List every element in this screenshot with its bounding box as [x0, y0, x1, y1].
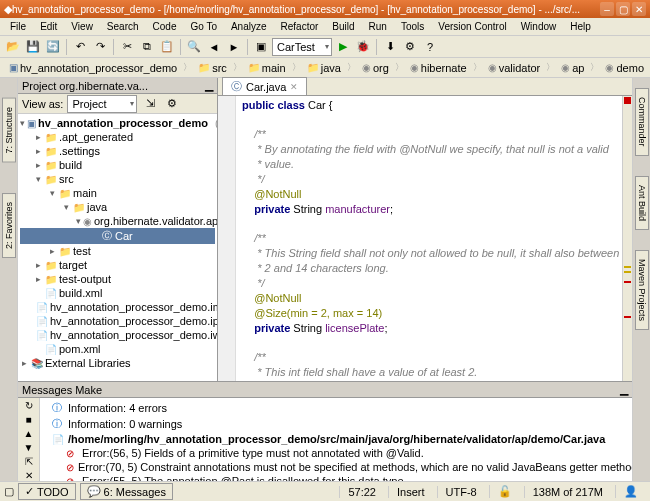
collapse-handle[interactable]: ▾	[34, 174, 43, 184]
tree-item[interactable]: ▸📁target	[20, 258, 215, 272]
cut-icon[interactable]: ✂	[118, 38, 136, 56]
tree-item[interactable]: ▾◉org.hibernate.validator.ap.demo	[20, 214, 215, 228]
menu-code[interactable]: Code	[147, 20, 183, 33]
error-mark[interactable]	[624, 281, 631, 283]
find-icon[interactable]: 🔍	[185, 38, 203, 56]
menu-tools[interactable]: Tools	[395, 20, 430, 33]
expand-handle[interactable]: ▸	[48, 246, 57, 256]
encoding[interactable]: UTF-8	[437, 486, 485, 498]
menu-build[interactable]: Build	[326, 20, 360, 33]
msg-info[interactable]: ⓘInformation: 4 errors	[42, 400, 630, 416]
maximize-button[interactable]: ▢	[616, 2, 630, 16]
menu-vcs[interactable]: Version Control	[432, 20, 512, 33]
bc-root[interactable]: ▣hv_annotation_processor_demo	[4, 60, 182, 76]
warning-mark[interactable]	[624, 271, 631, 273]
lock-icon[interactable]: 🔓	[489, 485, 520, 498]
collapse-handle[interactable]: ▾	[20, 118, 25, 128]
ant-tool-tab[interactable]: Ant Build	[635, 176, 649, 230]
collapse-handle[interactable]: ▾	[48, 188, 57, 198]
tool-window-icon[interactable]: ▢	[4, 485, 14, 498]
minimize-panel-icon[interactable]: ▁	[205, 79, 213, 92]
bc-hibernate[interactable]: ◉hibernate	[405, 60, 472, 76]
msg-file[interactable]: 📄/home/morling/hv_annotation_processor_d…	[42, 432, 630, 446]
menu-edit[interactable]: Edit	[34, 20, 63, 33]
run-config-combo[interactable]: CarTest	[272, 38, 332, 56]
gear-icon[interactable]: ⚙	[163, 95, 181, 113]
help-icon[interactable]: ?	[421, 38, 439, 56]
minimize-panel-icon[interactable]: ▁	[620, 383, 628, 396]
close-window-button[interactable]: ✕	[632, 2, 646, 16]
forward-icon[interactable]: ►	[225, 38, 243, 56]
collapse-handle[interactable]: ▾	[76, 216, 81, 226]
redo-icon[interactable]: ↷	[91, 38, 109, 56]
messages-button[interactable]: 💬 6: Messages	[80, 483, 173, 500]
paste-icon[interactable]: 📋	[158, 38, 176, 56]
tree-item[interactable]: ▸📚External Libraries	[20, 356, 215, 370]
msg-error[interactable]: ⊘Error:(55, 5) The annotation @Past is d…	[42, 474, 630, 481]
tree-root[interactable]: ▾▣hv_annotation_processor_demo (/home	[20, 116, 215, 130]
todo-button[interactable]: ✓ TODO	[18, 483, 76, 500]
close-icon[interactable]: ✕	[21, 469, 37, 481]
tree-item[interactable]: ▾📁main	[20, 186, 215, 200]
menu-goto[interactable]: Go To	[184, 20, 223, 33]
menu-window[interactable]: Window	[515, 20, 563, 33]
msg-error[interactable]: ⊘Error:(70, 5) Constraint annotations mu…	[42, 460, 630, 474]
code-gutter[interactable]	[218, 96, 236, 381]
make-icon[interactable]: ▣	[252, 38, 270, 56]
menu-analyze[interactable]: Analyze	[225, 20, 273, 33]
tree-item[interactable]: ▾📁src	[20, 172, 215, 186]
undo-icon[interactable]: ↶	[71, 38, 89, 56]
error-stripe[interactable]	[622, 96, 632, 381]
messages-tree[interactable]: ⓘInformation: 4 errors ⓘInformation: 0 w…	[40, 398, 632, 481]
code-area[interactable]: public class Car { /** * By annotating t…	[236, 96, 622, 381]
expand-handle[interactable]: ▸	[34, 146, 43, 156]
maven-tool-tab[interactable]: Maven Projects	[635, 250, 649, 330]
tree-item[interactable]: ▸📁.apt_generated	[20, 130, 215, 144]
menu-help[interactable]: Help	[564, 20, 597, 33]
tree-item[interactable]: 📄build.xml	[20, 286, 215, 300]
expand-handle[interactable]: ▸	[20, 358, 29, 368]
menu-file[interactable]: File	[4, 20, 32, 33]
project-tree[interactable]: ▾▣hv_annotation_processor_demo (/home ▸📁…	[18, 114, 217, 381]
tree-item[interactable]: 📄pom.xml	[20, 342, 215, 356]
back-icon[interactable]: ◄	[205, 38, 223, 56]
settings-icon[interactable]: ⚙	[401, 38, 419, 56]
bc-src[interactable]: 📁src	[193, 60, 232, 76]
expand-handle[interactable]: ▸	[34, 260, 43, 270]
editor-tab[interactable]: Ⓒ Car.java ✕	[222, 77, 307, 95]
close-tab-icon[interactable]: ✕	[290, 82, 298, 92]
debug-icon[interactable]: 🐞	[354, 38, 372, 56]
commander-tool-tab[interactable]: Commander	[635, 88, 649, 156]
rerun-icon[interactable]: ↻	[21, 400, 37, 412]
tree-item[interactable]: ▾📁java	[20, 200, 215, 214]
favorites-tool-tab[interactable]: 2: Favorites	[2, 193, 16, 258]
prev-icon[interactable]: ▲	[21, 428, 37, 440]
view-mode-combo[interactable]: Project	[67, 95, 137, 113]
warning-mark[interactable]	[624, 266, 631, 268]
tree-item[interactable]: ▸📁test	[20, 244, 215, 258]
minimize-button[interactable]: –	[600, 2, 614, 16]
run-icon[interactable]: ▶	[334, 38, 352, 56]
menu-view[interactable]: View	[65, 20, 99, 33]
bc-demo[interactable]: ◉demo	[600, 60, 649, 76]
stop-icon[interactable]: ■	[21, 414, 37, 426]
sync-icon[interactable]: 🔄	[44, 38, 62, 56]
structure-tool-tab[interactable]: 7: Structure	[2, 98, 16, 163]
bc-validator[interactable]: ◉validator	[483, 60, 546, 76]
menu-run[interactable]: Run	[363, 20, 393, 33]
open-icon[interactable]: 📂	[4, 38, 22, 56]
expand-handle[interactable]: ▸	[34, 274, 43, 284]
insert-mode[interactable]: Insert	[388, 486, 433, 498]
error-mark[interactable]	[624, 316, 631, 318]
collapse-handle[interactable]: ▾	[62, 202, 71, 212]
next-icon[interactable]: ▼	[21, 441, 37, 453]
error-summary-mark[interactable]	[624, 97, 631, 104]
memory-indicator[interactable]: 138M of 217M	[524, 486, 611, 498]
tree-item-selected[interactable]: ⒸCar	[20, 228, 215, 244]
tree-item[interactable]: ▸📁test-output	[20, 272, 215, 286]
menu-refactor[interactable]: Refactor	[275, 20, 325, 33]
bc-java[interactable]: 📁java	[302, 60, 346, 76]
vcs-icon[interactable]: ⬇	[381, 38, 399, 56]
save-icon[interactable]: 💾	[24, 38, 42, 56]
tree-item[interactable]: 📄hv_annotation_processor_demo.iws	[20, 328, 215, 342]
